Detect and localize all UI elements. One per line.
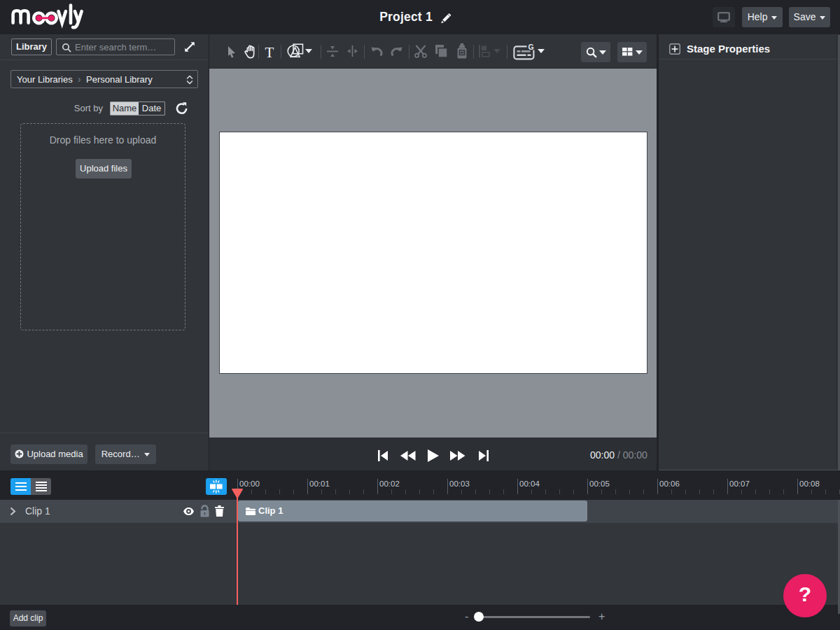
svg-text:G: G — [528, 43, 534, 51]
